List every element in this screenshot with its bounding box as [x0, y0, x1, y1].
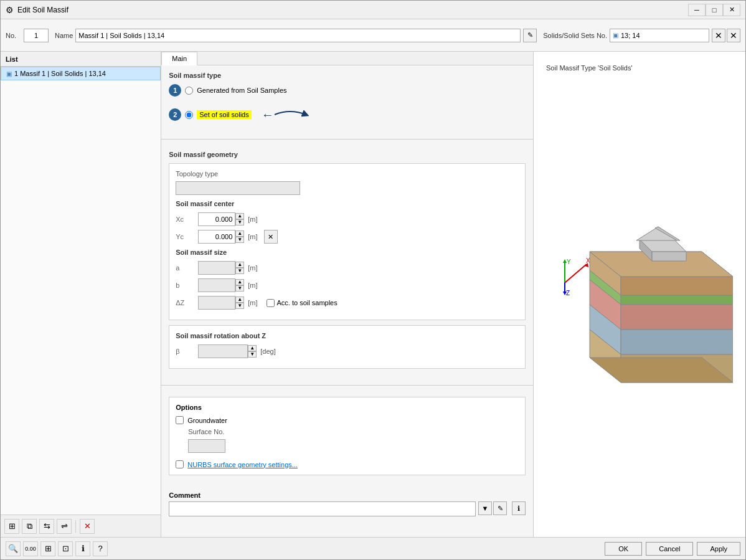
geometry-section: Soil massif geometry Topology type Soil …	[161, 145, 533, 380]
toolbar-separator	[75, 520, 76, 533]
surface-no-row: Surface No.	[188, 428, 519, 435]
preview-3d: Y X Z	[546, 196, 733, 414]
comment-input[interactable]	[169, 501, 476, 516]
groundwater-row: Groundwater	[176, 416, 519, 424]
beta-row: β ▲ ▼ [deg]	[176, 344, 519, 358]
comment-dropdown[interactable]: ▼	[478, 501, 492, 515]
b-up[interactable]: ▲	[235, 279, 244, 285]
yc-down[interactable]: ▼	[235, 237, 244, 243]
b-input[interactable]	[198, 278, 235, 292]
form-panel: Main Soil massif type 1 Generated from	[161, 52, 534, 537]
add-button[interactable]: ⊞	[4, 519, 19, 534]
xc-row: Xc ▲ ▼ [m]	[176, 212, 519, 226]
solids-input[interactable]: ▣ 13; 14	[610, 29, 709, 42]
options-section: Options Groundwater Surface No.	[161, 391, 533, 486]
options-label: Options	[176, 404, 519, 411]
beta-unit: [deg]	[260, 348, 275, 355]
comment-edit[interactable]: ✎	[493, 501, 507, 515]
no-label: No.	[6, 32, 21, 39]
apply-button[interactable]: Apply	[697, 542, 740, 556]
dz-down[interactable]: ▼	[235, 303, 244, 309]
a-down[interactable]: ▼	[235, 268, 244, 274]
xc-up[interactable]: ▲	[235, 213, 244, 219]
value-button[interactable]: 0.00	[23, 541, 38, 556]
radio-generated[interactable]	[185, 87, 193, 95]
b-unit: [m]	[248, 282, 257, 289]
svg-marker-15	[621, 305, 733, 330]
topology-input-row	[176, 181, 519, 195]
no-field-group: No.	[6, 29, 49, 42]
svg-marker-24	[652, 252, 686, 261]
yc-row: Yc ▲ ▼ [m] ✕	[176, 230, 519, 244]
xc-label: Xc	[176, 216, 194, 223]
topology-input[interactable]	[176, 181, 300, 195]
solids-pick-button[interactable]: ✕	[727, 29, 740, 42]
title-bar-buttons: ─ □ ✕	[688, 4, 740, 16]
beta-input[interactable]	[198, 344, 248, 358]
close-button[interactable]: ✕	[723, 4, 740, 16]
comment-section: Comment ▼ ✎ ℹ	[161, 486, 533, 521]
rotation-section: Soil massif rotation about Z β ▲ ▼ [deg]	[169, 325, 526, 369]
dz-input[interactable]	[198, 296, 235, 310]
search-button[interactable]: 🔍	[6, 541, 21, 556]
a-input[interactable]	[198, 261, 235, 275]
comment-info[interactable]: ℹ	[512, 501, 526, 515]
maximize-button[interactable]: □	[706, 4, 723, 16]
soil-massif-type-section: Soil massif type 1 Generated from Soil S…	[161, 65, 533, 134]
delete-button[interactable]: ✕	[80, 519, 95, 534]
surface-no-input[interactable]	[188, 439, 225, 453]
list-item[interactable]: ▣ 1 Massif 1 | Soil Solids | 13,14	[1, 67, 161, 80]
preview-panel: Soil Massif Type 'Soil Solids' Y X	[534, 52, 745, 537]
name-edit-button[interactable]: ✎	[523, 29, 537, 42]
name-input[interactable]	[75, 29, 521, 42]
info-button[interactable]: ℹ	[75, 541, 90, 556]
b-down[interactable]: ▼	[235, 285, 244, 292]
copy-button[interactable]: ⇆	[39, 519, 54, 534]
acc-checkbox-group: Acc. to soil samples	[267, 299, 338, 307]
acc-label: Acc. to soil samples	[277, 299, 338, 306]
radio-solids-label: Set of soil solids	[197, 111, 251, 118]
yc-up[interactable]: ▲	[235, 230, 244, 237]
nurbs-link[interactable]: NURBS surface geometry settings...	[187, 461, 298, 468]
groundwater-checkbox[interactable]	[176, 416, 184, 424]
svg-marker-11	[621, 277, 733, 295]
a-row: a ▲ ▼ [m]	[176, 261, 519, 275]
nurbs-checkbox[interactable]	[176, 460, 184, 468]
yc-pick-button[interactable]: ✕	[264, 230, 278, 244]
minimize-button[interactable]: ─	[688, 4, 706, 16]
a-up[interactable]: ▲	[235, 262, 244, 268]
tab-main[interactable]: Main	[161, 52, 197, 65]
dz-input-group: ▲ ▼	[198, 296, 244, 310]
grid-button[interactable]: ⊞	[40, 541, 55, 556]
cancel-button[interactable]: Cancel	[646, 542, 693, 556]
help-button[interactable]: ?	[93, 541, 108, 556]
size-label: Soil massif size	[176, 249, 519, 256]
divider-2	[161, 385, 533, 386]
xc-input[interactable]	[198, 212, 235, 226]
solids-clear-button[interactable]: ✕	[712, 29, 725, 42]
title-bar: ⚙ Edit Soil Massif ─ □ ✕	[1, 1, 745, 19]
no-input[interactable]	[24, 29, 49, 42]
comment-label: Comment	[169, 491, 526, 499]
annotation-2: 2	[169, 108, 181, 121]
xc-down[interactable]: ▼	[235, 219, 244, 225]
acc-checkbox[interactable]	[267, 299, 275, 307]
ok-button[interactable]: OK	[605, 542, 642, 556]
b-spinner: ▲ ▼	[235, 279, 244, 292]
beta-up[interactable]: ▲	[248, 345, 257, 351]
table-button[interactable]: ⊡	[58, 541, 73, 556]
beta-down[interactable]: ▼	[248, 351, 257, 358]
b-label: b	[176, 282, 194, 289]
radio-row-1: 1 Generated from Soil Samples	[169, 84, 526, 97]
duplicate-button[interactable]: ⧉	[22, 519, 37, 534]
beta-input-group: ▲ ▼	[198, 344, 257, 358]
dz-row: ΔZ ▲ ▼ [m] Acc. to so	[176, 296, 519, 310]
dz-up[interactable]: ▲	[235, 297, 244, 303]
beta-label: β	[176, 348, 194, 355]
paste-button[interactable]: ⇌	[57, 519, 72, 534]
nurbs-row: NURBS surface geometry settings...	[176, 460, 519, 468]
radio-solids[interactable]	[185, 111, 193, 119]
preview-canvas: Y X Z	[546, 84, 733, 524]
yc-input[interactable]	[198, 230, 235, 244]
a-spinner: ▲ ▼	[235, 262, 244, 274]
